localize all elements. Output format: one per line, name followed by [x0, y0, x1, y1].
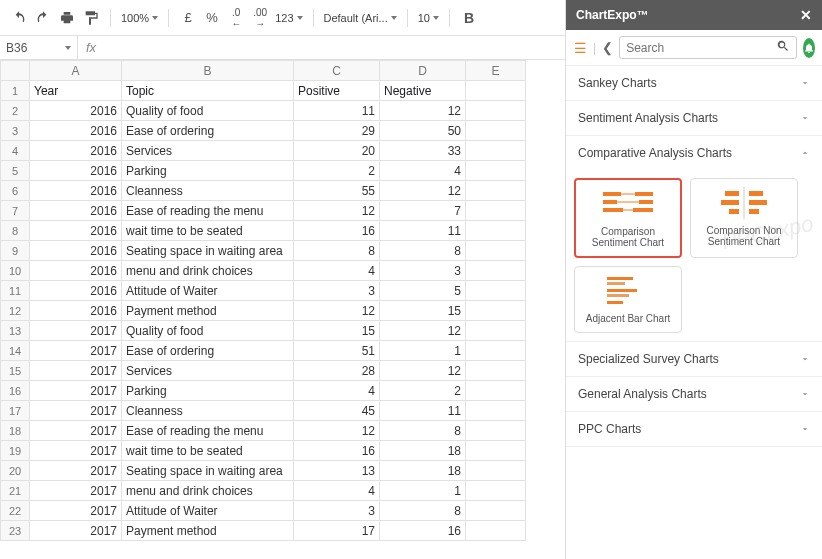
cell[interactable] [466, 241, 526, 261]
cell[interactable]: 55 [294, 181, 380, 201]
cell[interactable]: 15 [380, 301, 466, 321]
cell[interactable]: 33 [380, 141, 466, 161]
cell[interactable]: 3 [294, 501, 380, 521]
cell[interactable]: 11 [380, 221, 466, 241]
cell[interactable]: 2017 [30, 501, 122, 521]
cell[interactable]: 11 [294, 101, 380, 121]
cell[interactable]: 2017 [30, 441, 122, 461]
row-header-11[interactable]: 11 [1, 281, 30, 301]
cell[interactable]: 18 [380, 461, 466, 481]
notification-icon[interactable] [803, 38, 815, 58]
row-header-10[interactable]: 10 [1, 261, 30, 281]
cell[interactable] [466, 201, 526, 221]
cell[interactable]: 2017 [30, 421, 122, 441]
chart-card-comparison-sentiment-chart[interactable]: Comparison Sentiment Chart [574, 178, 682, 258]
cell[interactable] [466, 81, 526, 101]
cell[interactable]: 12 [380, 321, 466, 341]
cell[interactable]: 11 [380, 401, 466, 421]
currency-icon[interactable]: £ [179, 9, 197, 27]
cell[interactable]: 8 [380, 241, 466, 261]
row-header-12[interactable]: 12 [1, 301, 30, 321]
cell[interactable]: 1 [380, 341, 466, 361]
chart-card-adjacent-bar-chart[interactable]: Adjacent Bar Chart [574, 266, 682, 333]
cell[interactable]: 2016 [30, 101, 122, 121]
cell[interactable]: 18 [380, 441, 466, 461]
close-icon[interactable]: ✕ [800, 7, 812, 23]
cell[interactable]: 12 [380, 181, 466, 201]
cell[interactable] [466, 481, 526, 501]
cell[interactable]: 8 [380, 421, 466, 441]
column-header-C[interactable]: C [294, 61, 380, 81]
cell[interactable]: Cleanness [122, 401, 294, 421]
cell[interactable]: 16 [294, 221, 380, 241]
cell[interactable]: Services [122, 141, 294, 161]
accordion-sentiment-analysis-charts[interactable]: Sentiment Analysis Charts [566, 101, 822, 135]
cell[interactable]: 16 [380, 521, 466, 541]
row-header-15[interactable]: 15 [1, 361, 30, 381]
cell[interactable]: Ease of ordering [122, 121, 294, 141]
row-header-3[interactable]: 3 [1, 121, 30, 141]
cell[interactable] [466, 261, 526, 281]
cell[interactable]: 2016 [30, 141, 122, 161]
accordion-sankey-charts[interactable]: Sankey Charts [566, 66, 822, 100]
cell[interactable]: 15 [294, 321, 380, 341]
column-header-A[interactable]: A [30, 61, 122, 81]
back-icon[interactable]: ❮ [602, 40, 613, 55]
cell[interactable]: Seating space in waiting area [122, 241, 294, 261]
menu-icon[interactable]: ☰ [574, 40, 587, 56]
row-header-22[interactable]: 22 [1, 501, 30, 521]
cell[interactable] [466, 321, 526, 341]
cell[interactable]: 2016 [30, 181, 122, 201]
cell[interactable]: 5 [380, 281, 466, 301]
cell[interactable]: 2017 [30, 461, 122, 481]
zoom-dropdown[interactable]: 100% [121, 12, 158, 24]
cell[interactable] [466, 121, 526, 141]
cell[interactable]: 2017 [30, 521, 122, 541]
cell[interactable] [466, 421, 526, 441]
undo-icon[interactable] [10, 9, 28, 27]
percent-icon[interactable]: % [203, 9, 221, 27]
bold-button[interactable]: B [460, 9, 478, 27]
row-header-23[interactable]: 23 [1, 521, 30, 541]
cell[interactable]: Ease of reading the menu [122, 201, 294, 221]
redo-icon[interactable] [34, 9, 52, 27]
accordion-ppc-charts[interactable]: PPC Charts [566, 412, 822, 446]
cell[interactable]: 3 [380, 261, 466, 281]
cell[interactable]: 2017 [30, 321, 122, 341]
cell[interactable]: 29 [294, 121, 380, 141]
row-header-1[interactable]: 1 [1, 81, 30, 101]
row-header-4[interactable]: 4 [1, 141, 30, 161]
name-box[interactable]: B36 [0, 36, 78, 59]
cell[interactable] [466, 301, 526, 321]
paint-format-icon[interactable] [82, 9, 100, 27]
cell[interactable]: 12 [380, 361, 466, 381]
row-header-21[interactable]: 21 [1, 481, 30, 501]
cell[interactable]: 17 [294, 521, 380, 541]
column-header-B[interactable]: B [122, 61, 294, 81]
font-size-dropdown[interactable]: 10 [418, 12, 439, 24]
cell[interactable] [466, 141, 526, 161]
cell[interactable] [466, 381, 526, 401]
cell[interactable]: Payment method [122, 521, 294, 541]
chart-card-comparison-non-sentiment-chart[interactable]: Comparison Non Sentiment Chart [690, 178, 798, 258]
cell[interactable]: menu and drink choices [122, 261, 294, 281]
row-header-6[interactable]: 6 [1, 181, 30, 201]
cell[interactable] [466, 521, 526, 541]
column-header-D[interactable]: D [380, 61, 466, 81]
accordion-specialized-survey-charts[interactable]: Specialized Survey Charts [566, 342, 822, 376]
cell[interactable]: 2 [294, 161, 380, 181]
cell[interactable] [466, 441, 526, 461]
cell[interactable]: Services [122, 361, 294, 381]
cell[interactable] [466, 161, 526, 181]
cell[interactable]: Year [30, 81, 122, 101]
row-header-13[interactable]: 13 [1, 321, 30, 341]
cell[interactable]: 2016 [30, 121, 122, 141]
cell[interactable]: 2016 [30, 281, 122, 301]
cell[interactable] [466, 501, 526, 521]
cell[interactable]: 2016 [30, 301, 122, 321]
column-header-E[interactable]: E [466, 61, 526, 81]
row-header-5[interactable]: 5 [1, 161, 30, 181]
cell[interactable]: 2016 [30, 241, 122, 261]
row-header-8[interactable]: 8 [1, 221, 30, 241]
font-dropdown[interactable]: Default (Ari... [324, 12, 397, 24]
